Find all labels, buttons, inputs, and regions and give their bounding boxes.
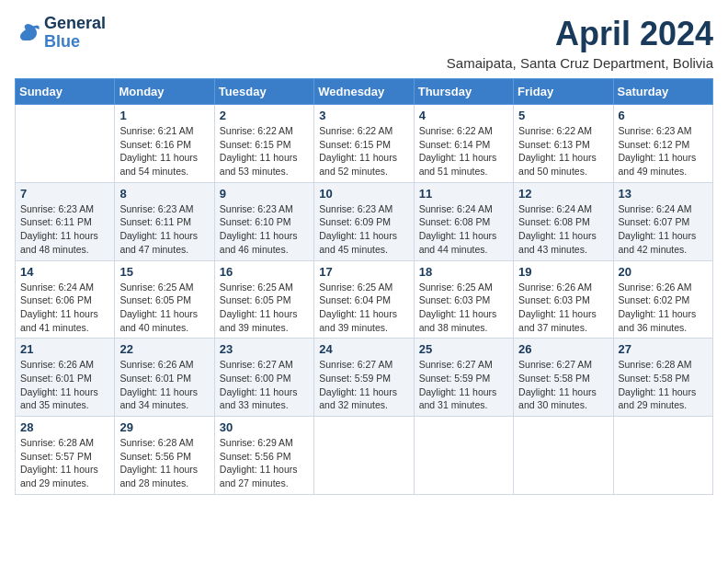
day-info: Sunrise: 6:22 AMSunset: 6:13 PMDaylight:… (518, 124, 608, 178)
day-number: 25 (419, 342, 508, 356)
day-info: Sunrise: 6:25 AMSunset: 6:04 PMDaylight:… (319, 281, 408, 335)
calendar-day-cell: 14Sunrise: 6:24 AMSunset: 6:06 PMDayligh… (16, 260, 115, 339)
day-number: 13 (619, 187, 708, 201)
day-info: Sunrise: 6:26 AMSunset: 6:03 PMDaylight:… (518, 281, 608, 335)
day-info: Sunrise: 6:26 AMSunset: 6:02 PMDaylight:… (619, 281, 708, 335)
day-info: Sunrise: 6:26 AMSunset: 6:01 PMDaylight:… (20, 358, 109, 412)
day-number: 16 (220, 265, 309, 279)
weekday-header: Saturday (613, 79, 712, 105)
calendar-table: SundayMondayTuesdayWednesdayThursdayFrid… (15, 78, 713, 495)
day-number: 14 (20, 265, 109, 279)
calendar-day-cell: 11Sunrise: 6:24 AMSunset: 6:08 PMDayligh… (414, 182, 513, 260)
logo-icon (15, 20, 40, 46)
day-number: 29 (119, 420, 209, 434)
logo-text: General Blue (44, 15, 106, 52)
weekday-header: Sunday (16, 79, 115, 105)
calendar-day-cell: 26Sunrise: 6:27 AMSunset: 5:58 PMDayligh… (514, 339, 613, 417)
day-info: Sunrise: 6:27 AMSunset: 5:59 PMDaylight:… (319, 358, 408, 412)
day-info: Sunrise: 6:23 AMSunset: 6:10 PMDaylight:… (220, 202, 309, 257)
day-number: 18 (419, 265, 508, 279)
calendar-day-cell (613, 417, 712, 495)
day-info: Sunrise: 6:23 AMSunset: 6:09 PMDaylight:… (319, 202, 408, 257)
day-info: Sunrise: 6:26 AMSunset: 6:01 PMDaylight:… (119, 358, 209, 412)
day-number: 10 (319, 187, 408, 201)
day-number: 8 (119, 187, 209, 201)
calendar-day-cell: 5Sunrise: 6:22 AMSunset: 6:13 PMDaylight… (514, 105, 613, 183)
calendar-week-row: 7Sunrise: 6:23 AMSunset: 6:11 PMDaylight… (16, 182, 713, 260)
day-number: 11 (419, 187, 508, 201)
calendar-week-row: 14Sunrise: 6:24 AMSunset: 6:06 PMDayligh… (16, 260, 713, 339)
day-number: 7 (20, 187, 109, 201)
day-info: Sunrise: 6:22 AMSunset: 6:15 PMDaylight:… (319, 124, 408, 178)
weekday-header: Tuesday (214, 79, 313, 105)
calendar-day-cell: 24Sunrise: 6:27 AMSunset: 5:59 PMDayligh… (314, 339, 414, 417)
calendar-day-cell: 6Sunrise: 6:23 AMSunset: 6:12 PMDaylight… (613, 105, 712, 183)
calendar-day-cell: 28Sunrise: 6:28 AMSunset: 5:57 PMDayligh… (16, 417, 115, 495)
day-info: Sunrise: 6:27 AMSunset: 5:59 PMDaylight:… (419, 358, 508, 412)
calendar-day-cell (414, 417, 513, 495)
day-number: 20 (619, 265, 708, 279)
calendar-week-row: 21Sunrise: 6:26 AMSunset: 6:01 PMDayligh… (16, 339, 713, 417)
day-info: Sunrise: 6:23 AMSunset: 6:11 PMDaylight:… (20, 202, 109, 257)
day-info: Sunrise: 6:23 AMSunset: 6:11 PMDaylight:… (119, 202, 209, 257)
calendar-day-cell: 20Sunrise: 6:26 AMSunset: 6:02 PMDayligh… (613, 260, 712, 339)
weekday-header: Thursday (414, 79, 513, 105)
day-number: 24 (319, 342, 408, 356)
day-info: Sunrise: 6:27 AMSunset: 6:00 PMDaylight:… (220, 358, 309, 412)
day-number: 27 (619, 342, 708, 356)
day-info: Sunrise: 6:25 AMSunset: 6:03 PMDaylight:… (419, 281, 508, 335)
calendar-day-cell: 30Sunrise: 6:29 AMSunset: 5:56 PMDayligh… (214, 417, 313, 495)
calendar-day-cell: 7Sunrise: 6:23 AMSunset: 6:11 PMDaylight… (16, 182, 115, 260)
day-info: Sunrise: 6:28 AMSunset: 5:56 PMDaylight:… (119, 436, 209, 490)
day-number: 22 (119, 342, 209, 356)
day-number: 21 (20, 342, 109, 356)
calendar-week-row: 28Sunrise: 6:28 AMSunset: 5:57 PMDayligh… (16, 417, 713, 495)
calendar-day-cell: 25Sunrise: 6:27 AMSunset: 5:59 PMDayligh… (414, 339, 513, 417)
calendar-day-cell: 22Sunrise: 6:26 AMSunset: 6:01 PMDayligh… (115, 339, 214, 417)
calendar-day-cell: 23Sunrise: 6:27 AMSunset: 6:00 PMDayligh… (214, 339, 313, 417)
calendar-week-row: 1Sunrise: 6:21 AMSunset: 6:16 PMDaylight… (16, 105, 713, 183)
day-number: 30 (220, 420, 309, 434)
calendar-day-cell (16, 105, 115, 183)
day-info: Sunrise: 6:24 AMSunset: 6:08 PMDaylight:… (518, 202, 608, 257)
weekday-header-row: SundayMondayTuesdayWednesdayThursdayFrid… (16, 79, 713, 105)
calendar-day-cell: 12Sunrise: 6:24 AMSunset: 6:08 PMDayligh… (514, 182, 613, 260)
day-number: 26 (518, 342, 608, 356)
day-info: Sunrise: 6:22 AMSunset: 6:14 PMDaylight:… (419, 124, 508, 178)
day-info: Sunrise: 6:24 AMSunset: 6:07 PMDaylight:… (619, 202, 708, 257)
page-header: General Blue April 2024 Samaipata, Santa… (15, 15, 713, 71)
calendar-day-cell (314, 417, 414, 495)
title-block: April 2024 Samaipata, Santa Cruz Departm… (447, 15, 713, 71)
day-info: Sunrise: 6:28 AMSunset: 5:58 PMDaylight:… (619, 358, 708, 412)
calendar-day-cell: 13Sunrise: 6:24 AMSunset: 6:07 PMDayligh… (613, 182, 712, 260)
day-number: 3 (319, 109, 408, 122)
day-number: 9 (220, 187, 309, 201)
weekday-header: Monday (115, 79, 214, 105)
calendar-day-cell: 3Sunrise: 6:22 AMSunset: 6:15 PMDaylight… (314, 105, 414, 183)
day-number: 4 (419, 109, 508, 122)
day-number: 23 (220, 342, 309, 356)
day-number: 2 (220, 109, 309, 122)
day-number: 1 (119, 109, 209, 122)
day-number: 15 (119, 265, 209, 279)
month-title: April 2024 (447, 15, 713, 53)
calendar-day-cell: 1Sunrise: 6:21 AMSunset: 6:16 PMDaylight… (115, 105, 214, 183)
weekday-header: Friday (514, 79, 613, 105)
logo: General Blue (15, 15, 106, 52)
day-info: Sunrise: 6:24 AMSunset: 6:06 PMDaylight:… (20, 281, 109, 335)
calendar-day-cell: 2Sunrise: 6:22 AMSunset: 6:15 PMDaylight… (214, 105, 313, 183)
day-info: Sunrise: 6:27 AMSunset: 5:58 PMDaylight:… (518, 358, 608, 412)
day-info: Sunrise: 6:29 AMSunset: 5:56 PMDaylight:… (220, 436, 309, 490)
day-number: 12 (518, 187, 608, 201)
calendar-day-cell: 29Sunrise: 6:28 AMSunset: 5:56 PMDayligh… (115, 417, 214, 495)
calendar-day-cell: 15Sunrise: 6:25 AMSunset: 6:05 PMDayligh… (115, 260, 214, 339)
day-info: Sunrise: 6:25 AMSunset: 6:05 PMDaylight:… (220, 281, 309, 335)
calendar-day-cell: 19Sunrise: 6:26 AMSunset: 6:03 PMDayligh… (514, 260, 613, 339)
calendar-day-cell: 8Sunrise: 6:23 AMSunset: 6:11 PMDaylight… (115, 182, 214, 260)
day-info: Sunrise: 6:28 AMSunset: 5:57 PMDaylight:… (20, 436, 109, 490)
calendar-day-cell: 10Sunrise: 6:23 AMSunset: 6:09 PMDayligh… (314, 182, 414, 260)
day-number: 17 (319, 265, 408, 279)
day-info: Sunrise: 6:21 AMSunset: 6:16 PMDaylight:… (119, 124, 209, 178)
calendar-day-cell: 21Sunrise: 6:26 AMSunset: 6:01 PMDayligh… (16, 339, 115, 417)
day-number: 28 (20, 420, 109, 434)
